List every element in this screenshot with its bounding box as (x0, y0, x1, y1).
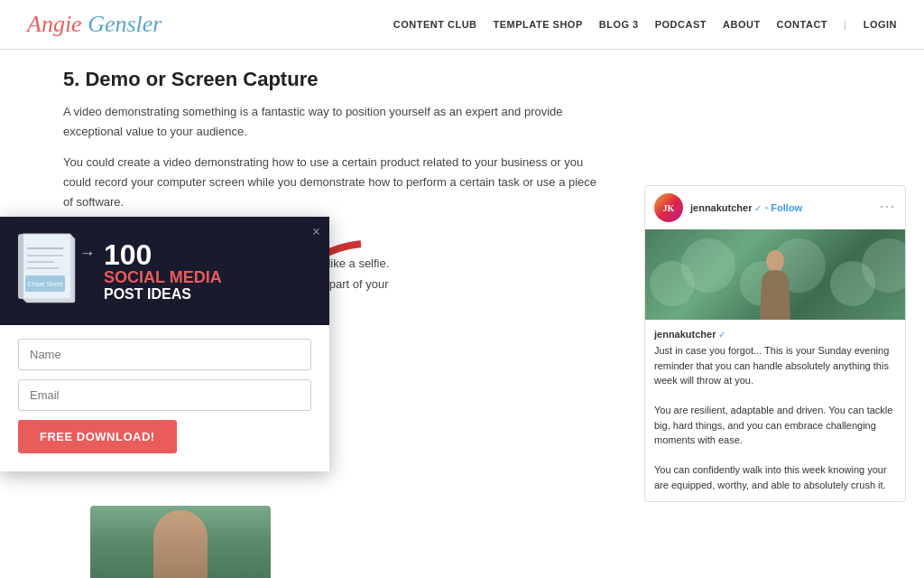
nav-content-club[interactable]: CONTENT CLUB (393, 19, 477, 30)
popup-arrow-decor: ← (79, 244, 96, 263)
svg-text:Cheat Sheet: Cheat Sheet (28, 281, 63, 287)
popup-number: 100 (104, 240, 311, 269)
insta-caption-block: jennakutcher ✓ Just in case you forgot..… (645, 320, 905, 501)
insta-post-header: JK jennakutcher ✓ • Follow ··· (645, 186, 905, 229)
insta-caption-header: jennakutcher ✓ (654, 329, 896, 340)
insta-more-button[interactable]: ··· (880, 200, 896, 216)
main-content: 5. Demo or Screen Capture A video demons… (0, 50, 924, 578)
insta-user-info: JK jennakutcher ✓ • Follow (654, 193, 802, 222)
right-panel: JK jennakutcher ✓ • Follow ··· (635, 50, 924, 578)
main-nav: CONTENT CLUB TEMPLATE SHOP BLOG 3 PODCAS… (393, 19, 897, 30)
book-stack-svg: Cheat Sheet (18, 230, 90, 312)
logo-last-name: Gensler (88, 11, 162, 37)
popup-text-block: ← 100 SOCIAL MEDIA POST IDEAS (104, 240, 311, 302)
popup-name-input[interactable] (18, 339, 311, 370)
popup-book-graphic: Cheat Sheet (18, 230, 90, 312)
svg-point-2 (766, 250, 784, 272)
nav-about[interactable]: ABOUT (723, 19, 761, 30)
bottom-photo (90, 506, 271, 578)
insta-avatar: JK (654, 193, 683, 222)
nav-template-shop[interactable]: TEMPLATE SHOP (494, 19, 583, 30)
section5-heading: 5. Demo or Screen Capture (63, 68, 604, 91)
person-silhouette (153, 510, 208, 578)
nav-login[interactable]: LOGIN (864, 19, 897, 30)
popup-email-input[interactable] (18, 379, 311, 411)
section5-paragraph2: You could create a video demonstrating h… (63, 153, 604, 212)
popup-submit-button[interactable]: FREE DOWNLOAD! (18, 420, 177, 453)
section5-paragraph1: A video demonstrating something is a fan… (63, 102, 604, 142)
svg-rect-12 (18, 234, 23, 299)
popup-modal: × Cheat Sheet (0, 217, 329, 471)
insta-post-image (645, 229, 905, 320)
insta-caption-text: Just in case you forgot... This is your … (654, 343, 896, 492)
insta-bullet: • (764, 202, 768, 213)
insta-verified-icon: ✓ (754, 203, 762, 213)
site-header: Angie Gensler CONTENT CLUB TEMPLATE SHOP… (0, 0, 924, 50)
popup-banner: × Cheat Sheet (0, 217, 329, 325)
insta-follow-button[interactable]: Follow (771, 202, 802, 213)
nav-divider: | (844, 19, 847, 30)
popup-close-button[interactable]: × (312, 224, 320, 240)
instagram-post: JK jennakutcher ✓ • Follow ··· (644, 185, 906, 502)
insta-username-row: jennakutcher ✓ • Follow (690, 202, 802, 213)
insta-username-block: jennakutcher ✓ • Follow (690, 202, 802, 213)
logo-first-name: Angie (27, 11, 82, 37)
nav-blog[interactable]: BLOG 3 (599, 19, 639, 30)
nav-contact[interactable]: CONTACT (777, 19, 827, 30)
popup-form: FREE DOWNLOAD! (0, 325, 329, 471)
insta-username: jennakutcher (690, 202, 752, 213)
site-logo[interactable]: Angie Gensler (27, 11, 162, 38)
insta-person-svg (753, 247, 798, 320)
insta-caption-username: jennakutcher (654, 329, 716, 340)
popup-post-ideas-label: POST IDEAS (104, 287, 311, 302)
popup-social-media-label: SOCIAL MEDIA (104, 269, 311, 287)
insta-caption-verified: ✓ (718, 330, 725, 340)
nav-podcast[interactable]: PODCAST (655, 19, 707, 30)
